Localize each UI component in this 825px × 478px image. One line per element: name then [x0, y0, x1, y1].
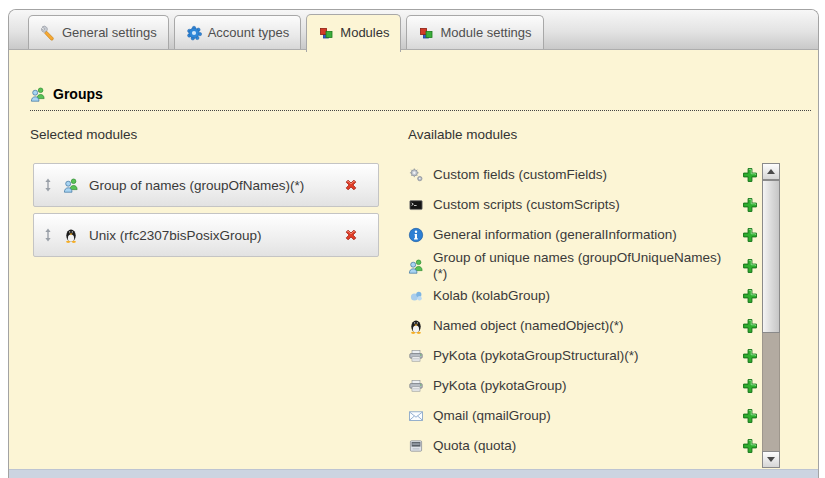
- available-module-row: Kolab (kolabGroup): [408, 281, 758, 311]
- scrollbar-thumb[interactable]: [762, 180, 780, 333]
- module-label: Named object (namedObject)(*): [433, 318, 624, 334]
- add-module-button[interactable]: [742, 318, 758, 334]
- available-modules-label: Available modules: [408, 127, 517, 142]
- module-label: Custom fields (customFields): [433, 167, 607, 183]
- envelope-icon: [408, 408, 424, 424]
- add-module-button[interactable]: [742, 197, 758, 213]
- module-label: Kolab (kolabGroup): [433, 288, 550, 304]
- settings-window: General settingsAccount typesModulesModu…: [8, 9, 819, 478]
- section-header: Groups: [30, 86, 811, 111]
- module-label: Qmail (qmailGroup): [433, 408, 551, 424]
- tab-label: Module settings: [440, 25, 531, 40]
- available-module-row: Qmail (qmailGroup): [408, 401, 758, 431]
- tux-icon: [408, 318, 424, 334]
- available-module-row: Group of unique names (groupOfUniqueName…: [408, 250, 758, 281]
- add-module-button[interactable]: [742, 378, 758, 394]
- tab-label: Account types: [208, 25, 290, 40]
- module-label: General information (generalInformation): [433, 227, 677, 243]
- module-label: Group of unique names (groupOfUniqueName…: [433, 250, 728, 281]
- selected-modules-list: Group of names (groupOfNames)(*)Unix (rf…: [33, 163, 379, 257]
- selected-module-row[interactable]: Unix (rfc2307bisPosixGroup): [33, 213, 379, 257]
- modules-cubes-icon: [418, 25, 434, 41]
- gears-icon: [408, 167, 424, 183]
- available-module-row: General information (generalInformation): [408, 220, 758, 250]
- add-module-button[interactable]: [742, 438, 758, 454]
- available-modules-list: Custom fields (customFields)Custom scrip…: [408, 160, 758, 461]
- kolab-icon: [408, 288, 424, 304]
- modules-panel: Groups Selected modules Available module…: [9, 50, 818, 469]
- wrench-icon: [40, 25, 56, 41]
- remove-module-button[interactable]: [343, 177, 359, 193]
- tab-module-settings[interactable]: Module settings: [406, 15, 543, 49]
- info-icon: [408, 227, 424, 243]
- add-module-button[interactable]: [742, 288, 758, 304]
- tab-label: General settings: [62, 25, 157, 40]
- module-label: Unix (rfc2307bisPosixGroup): [89, 228, 333, 243]
- scroll-up-icon: [767, 169, 775, 174]
- scroll-down-icon: [767, 457, 775, 462]
- module-label: Quota (quota): [433, 438, 516, 454]
- modules-cubes-icon: [318, 25, 334, 41]
- account-types-gear-icon: [186, 25, 202, 41]
- module-label: PyKota (pykotaGroup): [433, 378, 567, 394]
- module-label: Custom scripts (customScripts): [433, 197, 620, 213]
- add-module-button[interactable]: [742, 258, 758, 274]
- tab-label: Modules: [340, 25, 389, 40]
- remove-module-button[interactable]: [343, 227, 359, 243]
- available-module-row: PyKota (pykotaGroup): [408, 371, 758, 401]
- module-label: Group of names (groupOfNames)(*): [89, 178, 333, 193]
- printer-icon: [408, 348, 424, 364]
- tab-bar: General settingsAccount typesModulesModu…: [28, 10, 544, 50]
- tab-account-types[interactable]: Account types: [174, 15, 302, 49]
- scrollbar-down-button[interactable]: [762, 451, 780, 468]
- move-handle-icon[interactable]: [43, 227, 53, 243]
- tab-general-settings[interactable]: General settings: [28, 15, 169, 49]
- selected-module-row[interactable]: Group of names (groupOfNames)(*): [33, 163, 379, 207]
- scrollbar-up-button[interactable]: [762, 163, 780, 180]
- add-module-button[interactable]: [742, 227, 758, 243]
- groups-icon: [30, 86, 46, 102]
- available-module-row: Custom fields (customFields): [408, 160, 758, 190]
- groups-icon: [63, 177, 79, 193]
- add-module-button[interactable]: [742, 167, 758, 183]
- terminal-icon: [408, 197, 424, 213]
- available-module-row: Named object (namedObject)(*): [408, 311, 758, 341]
- add-module-button[interactable]: [742, 348, 758, 364]
- tab-modules[interactable]: Modules: [306, 14, 401, 52]
- tux-icon: [63, 227, 79, 243]
- available-module-row: PyKota (pykotaGroupStructural)(*): [408, 341, 758, 371]
- printer-icon: [408, 378, 424, 394]
- section-title: Groups: [53, 86, 103, 102]
- available-modules-scrollbar[interactable]: [762, 163, 780, 468]
- scrollbar-track[interactable]: [762, 180, 780, 451]
- disk-icon: [408, 438, 424, 454]
- move-handle-icon[interactable]: [43, 177, 53, 193]
- tab-header-bar: General settingsAccount typesModulesModu…: [9, 10, 818, 50]
- add-module-button[interactable]: [742, 408, 758, 424]
- groups-icon: [408, 258, 424, 274]
- selected-modules-label: Selected modules: [30, 127, 137, 142]
- module-label: PyKota (pykotaGroupStructural)(*): [433, 348, 639, 364]
- available-module-row: Custom scripts (customScripts): [408, 190, 758, 220]
- available-module-row: Quota (quota): [408, 431, 758, 461]
- bottom-strip: [9, 469, 818, 478]
